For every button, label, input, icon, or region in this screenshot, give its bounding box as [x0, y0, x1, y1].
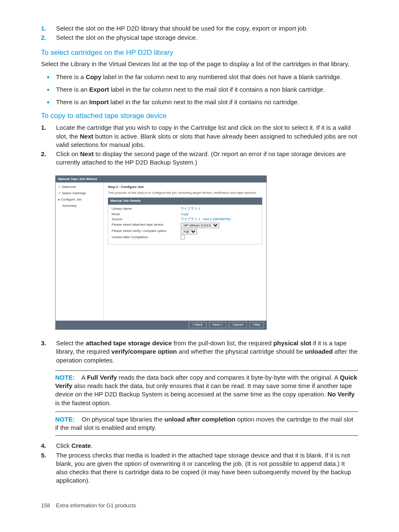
wizard-main: Step 2 - Configure Job The purpose of th… — [104, 182, 266, 321]
footer-text: Extra information for G1 products — [56, 502, 136, 509]
label-mode: Mode — [112, 212, 181, 217]
help-button[interactable]: Help — [250, 322, 264, 328]
step-num: 1. — [41, 123, 56, 149]
wizard-screenshot: Manual Tape Job Wizard Welcome Select Ca… — [55, 175, 267, 330]
bullet-import: There is an Import label in the far colu… — [56, 98, 358, 106]
step-num: 5. — [41, 451, 56, 485]
sect1-bullets: •There is a Copy label in the far column… — [41, 73, 358, 107]
step-num: 2. — [41, 150, 56, 167]
checkbox-unload-after[interactable] — [181, 235, 185, 239]
step-num-2: 2. — [41, 33, 56, 42]
step-text-1: Select the slot on the HP D2D library th… — [56, 24, 358, 33]
copy-step-3: 3.Select the attached tape storage devic… — [41, 339, 358, 365]
label-unload-after: Unload After Completion — [112, 235, 181, 241]
wizard-footer: < Back Next > Cancel Help — [56, 321, 266, 329]
step-text: Locate the cartridge that you wish to co… — [56, 123, 358, 149]
label-library-name: Library Name — [112, 207, 181, 211]
value-mode: Copy — [181, 212, 258, 217]
bullet-copy: There is a Copy label in the far column … — [56, 73, 358, 81]
step-text: The process checks that media is loaded … — [56, 451, 358, 485]
step-text-2: Select the slot on the physical tape sto… — [56, 33, 358, 42]
step-text: Click Create. — [56, 442, 358, 450]
label-tape-device: Please select attached tape device — [112, 223, 181, 228]
next-button[interactable]: Next > — [209, 322, 226, 328]
value-source: ライブラリ 1 - Slot 2 (0AF80F35) — [181, 217, 258, 222]
step-num-1: 1. — [41, 24, 56, 33]
back-button[interactable]: < Back — [189, 322, 207, 328]
step-text: Select the attached tape storage device … — [56, 339, 358, 365]
label-verify-option: Please select verify / compare option — [112, 229, 181, 234]
bullet-icon: • — [41, 73, 56, 81]
step-num: 3. — [41, 339, 56, 365]
cancel-button[interactable]: Cancel — [229, 322, 247, 328]
bullet-export: There is an Export label in the far colu… — [56, 85, 358, 94]
page-number: 158 — [41, 502, 50, 509]
sect1-para: Select the Library in the Virtual Device… — [41, 60, 358, 68]
copy-steps-4-5: 4.Click Create. 5.The process checks tha… — [41, 442, 358, 485]
intro-steps: 1.Select the slot on the HP D2D library … — [41, 24, 358, 42]
section-copy-to-tape: To copy to attached tape storage device — [41, 111, 358, 121]
select-verify-option[interactable]: Full — [181, 229, 197, 234]
bullet-icon: • — [41, 98, 56, 106]
sidebar-item-select-cartridge[interactable]: Select Cartridge — [58, 191, 101, 196]
wizard-titlebar: Manual Tape Job Wizard — [56, 176, 266, 183]
step-num: 4. — [41, 442, 56, 450]
wizard-step-title: Step 2 - Configure Job — [108, 185, 262, 190]
step-text: Click on Next to display the second page… — [56, 150, 358, 167]
note-block: NOTE: A Full Verify reads the data back … — [55, 370, 358, 436]
page-footer: 158Extra information for G1 products — [41, 502, 358, 509]
wizard-sidebar: Welcome Select Cartridge Configure Job S… — [56, 182, 104, 321]
wizard-step-desc: The purpose of this step is to configure… — [108, 191, 262, 195]
select-tape-device[interactable]: HP Ultrium 3:3:0:0 — [181, 223, 219, 228]
note-unload: NOTE: On physical tape libraries the unl… — [55, 411, 358, 432]
sidebar-item-summary[interactable]: Summary — [58, 204, 101, 208]
section-select-cartridges: To select cartridges on the HP D2D libra… — [41, 48, 358, 58]
bullet-icon: • — [41, 85, 56, 94]
copy-steps-1-2: 1.Locate the cartridge that you wish to … — [41, 123, 358, 167]
panel-header: Manual Job Details — [108, 198, 262, 205]
value-library-name: ライブラリ 1 — [181, 207, 258, 211]
label-source: Source — [112, 217, 181, 222]
note-verify: NOTE: A Full Verify reads the data back … — [55, 373, 358, 407]
panel-body: Library Nameライブラリ 1 ModeCopy Sourceライブラリ… — [108, 205, 262, 244]
sidebar-item-welcome[interactable]: Welcome — [58, 185, 101, 190]
sidebar-item-configure-job[interactable]: Configure Job — [58, 198, 101, 202]
